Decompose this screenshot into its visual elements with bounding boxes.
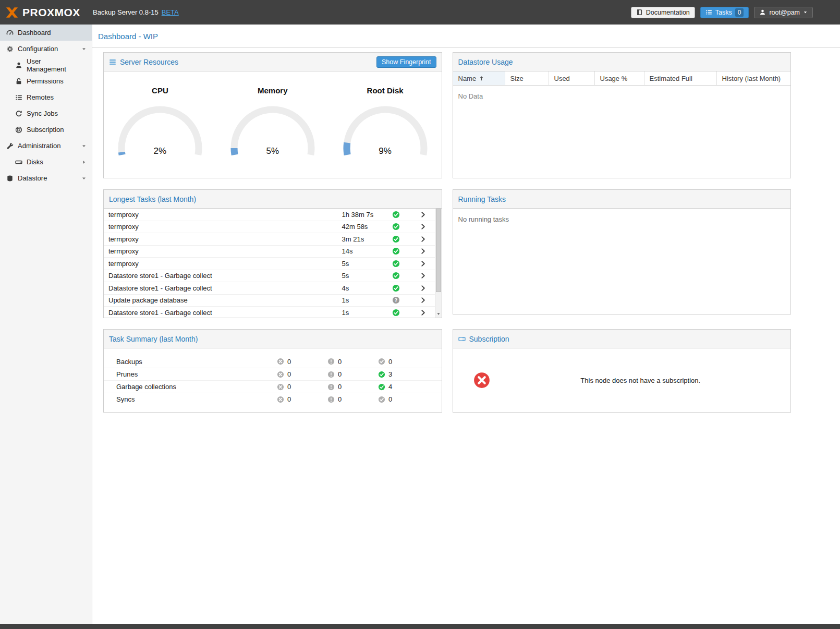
gear-icon xyxy=(6,45,14,53)
error-count-cell: 0 xyxy=(277,358,327,366)
exclamation-circle-icon xyxy=(327,371,335,378)
documentation-button[interactable]: Documentation xyxy=(631,7,695,18)
task-open-button[interactable] xyxy=(412,260,435,267)
check-circle-icon xyxy=(378,396,385,403)
sidebar-item-sync-jobs[interactable]: Sync Jobs xyxy=(0,105,92,122)
task-status xyxy=(392,260,412,268)
task-type-label: Backups xyxy=(104,358,277,366)
check-circle-icon xyxy=(378,371,385,378)
running-tasks-title: Running Tasks xyxy=(458,195,506,203)
ok-state xyxy=(378,383,385,391)
resource-gauge: CPU 2% xyxy=(104,86,216,160)
task-row[interactable]: termproxy 3m 21s xyxy=(104,233,435,246)
gauge-label: CPU xyxy=(152,86,168,95)
sidebar-item-configuration[interactable]: Configuration xyxy=(0,41,92,57)
task-duration: 5s xyxy=(342,260,392,268)
sidebar-item-remotes[interactable]: Remotes xyxy=(0,89,92,105)
column-header-estimated-full[interactable]: Estimated Full xyxy=(644,71,717,85)
caret-down-icon xyxy=(81,46,87,52)
task-open-button[interactable] xyxy=(412,236,435,243)
column-header-used[interactable]: Used xyxy=(549,71,595,85)
task-name: termproxy xyxy=(104,247,342,255)
task-summary-title: Task Summary (last Month) xyxy=(109,335,198,343)
longest-tasks-panel: Longest Tasks (last Month) termproxy 1h … xyxy=(103,189,442,318)
documentation-button-label: Documentation xyxy=(646,9,690,16)
ok-state xyxy=(378,358,385,365)
task-row[interactable]: Datastore store1 - Garbage collect 4s xyxy=(104,282,435,295)
task-open-button[interactable] xyxy=(412,297,435,304)
tasks-button[interactable]: Tasks 0 xyxy=(700,7,749,18)
task-row[interactable]: Datastore store1 - Garbage collect 1s xyxy=(104,307,435,318)
warning-count-cell: 0 xyxy=(327,370,378,378)
task-summary-panel: Task Summary (last Month) Backups 0 xyxy=(103,329,442,413)
sidebar-item-subscription[interactable]: Subscription xyxy=(0,122,92,138)
show-fingerprint-button[interactable]: Show Fingerprint xyxy=(376,56,436,68)
chevron-right-icon xyxy=(420,260,427,267)
sidebar-item-label: Administration xyxy=(18,142,60,150)
task-status xyxy=(392,235,412,243)
task-row[interactable]: termproxy 1h 38m 7s xyxy=(104,209,435,221)
sidebar-item-label: Configuration xyxy=(18,45,58,53)
times-circle-icon xyxy=(277,383,284,391)
hard-drive-icon xyxy=(15,159,22,166)
gauge-arc-wrap: 9% xyxy=(338,102,432,160)
ticket-icon xyxy=(458,335,466,343)
task-open-button[interactable] xyxy=(412,272,435,279)
sidebar-item-disks[interactable]: Disks xyxy=(0,154,92,170)
error-count: 0 xyxy=(287,383,291,391)
check-circle-icon xyxy=(392,284,400,292)
caret-right-icon xyxy=(81,160,87,165)
sidebar-item-label: Sync Jobs xyxy=(27,110,58,117)
gauge-value: 9% xyxy=(338,146,432,156)
sidebar-item-dashboard[interactable]: Dashboard xyxy=(0,25,92,41)
task-open-button[interactable] xyxy=(412,285,435,292)
task-row[interactable]: termproxy 14s xyxy=(104,246,435,258)
task-open-button[interactable] xyxy=(412,211,435,218)
gauge-value: 2% xyxy=(113,146,207,156)
sidebar-item-label: Remotes xyxy=(27,93,54,101)
tasks-count-badge: 0 xyxy=(735,8,744,17)
column-header-usage[interactable]: Usage % xyxy=(595,71,644,85)
task-open-button[interactable] xyxy=(412,248,435,255)
column-header-name[interactable]: Name xyxy=(453,71,505,85)
user-icon xyxy=(759,9,766,16)
beta-link[interactable]: BETA xyxy=(162,8,179,16)
task-row[interactable]: Update package database 1s xyxy=(104,295,435,307)
refresh-icon xyxy=(15,110,22,117)
gauge-arc-wrap: 2% xyxy=(113,102,207,160)
bottom-strip xyxy=(0,624,840,629)
caret-down-icon xyxy=(81,143,87,149)
sidebar-item-datastore[interactable]: Datastore xyxy=(0,170,92,186)
ok-count: 0 xyxy=(388,395,392,403)
task-name: termproxy xyxy=(104,223,342,231)
scrollbar-down-button[interactable] xyxy=(435,310,442,318)
sidebar-item-user-management[interactable]: User Management xyxy=(0,57,92,73)
scrollbar[interactable] xyxy=(435,209,442,318)
task-status xyxy=(392,247,412,255)
warning-count: 0 xyxy=(338,395,342,403)
gauge-label: Root Disk xyxy=(367,86,404,95)
sidebar-item-label: Datastore xyxy=(18,174,47,182)
no-running-tasks-text: No running tasks xyxy=(453,209,791,230)
sidebar-item-administration[interactable]: Administration xyxy=(0,138,92,154)
error-count: 0 xyxy=(287,395,291,403)
resource-gauge: Memory 5% xyxy=(216,86,329,160)
check-circle-icon xyxy=(392,247,400,255)
column-header-size[interactable]: Size xyxy=(505,71,549,85)
task-open-button[interactable] xyxy=(412,309,435,316)
task-row[interactable]: termproxy 5s xyxy=(104,258,435,270)
task-row[interactable]: Datastore store1 - Garbage collect 5s xyxy=(104,270,435,283)
sidebar-item-label: Permissions xyxy=(27,77,64,85)
task-duration: 1s xyxy=(342,296,392,304)
page-header: Dashboard - WIP xyxy=(92,25,840,48)
chevron-right-icon xyxy=(420,285,427,292)
task-open-button[interactable] xyxy=(412,223,435,230)
ok-state xyxy=(378,371,385,378)
task-row[interactable]: termproxy 42m 58s xyxy=(104,221,435,234)
check-circle-icon xyxy=(392,223,400,231)
dashboard-icon xyxy=(6,29,14,37)
scrollbar-thumb[interactable] xyxy=(436,209,441,292)
sidebar-item-permissions[interactable]: Permissions xyxy=(0,73,92,89)
column-header-history[interactable]: History (last Month) xyxy=(717,71,791,85)
user-menu-button[interactable]: root@pam xyxy=(754,7,813,18)
